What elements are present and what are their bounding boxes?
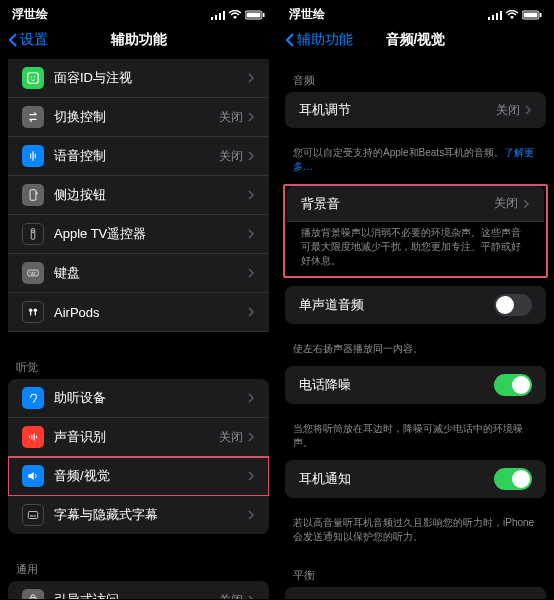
row-label: 面容ID与注视 (54, 69, 247, 87)
faceid-icon (22, 67, 44, 89)
svg-rect-17 (34, 272, 35, 273)
row-faceid[interactable]: 面容ID与注视 (8, 59, 269, 98)
hint-notify: 若以高音量听耳机音频过久且影响您的听力时，iPhone 会发送通知以保护您的听力… (277, 512, 554, 554)
row-label: 音频/视觉 (54, 467, 247, 485)
row-appletv-remote[interactable]: Apple TV遥控器 (8, 215, 269, 254)
svg-rect-0 (211, 17, 213, 20)
row-value: 关闭 (219, 109, 243, 126)
page-title: 辅助功能 (111, 31, 167, 49)
row-headphone-accommodations[interactable]: 耳机调节关闭 (285, 92, 546, 128)
screen-accessibility: 浮世绘 设置 辅助功能 面容ID与注视 切换控制关闭 语音控制关闭 侧边按钮 A… (0, 0, 277, 600)
svg-point-13 (32, 231, 34, 233)
svg-rect-24 (30, 516, 33, 517)
balance-right-label: 右 (520, 597, 532, 599)
balance-left-label: 左 (299, 597, 311, 599)
hint-mono: 使左右扬声器播放同一内容。 (277, 338, 554, 366)
svg-rect-34 (492, 15, 494, 20)
section-audio: 音频 (277, 59, 554, 92)
svg-point-9 (34, 76, 35, 77)
row-side-button[interactable]: 侧边按钮 (8, 176, 269, 215)
group-physical: 面容ID与注视 切换控制关闭 语音控制关闭 侧边按钮 Apple TV遥控器 键… (0, 59, 277, 332)
back-button[interactable]: 设置 (8, 31, 48, 49)
svg-rect-11 (37, 192, 38, 194)
row-label: 声音识别 (54, 428, 219, 446)
row-switch-control[interactable]: 切换控制关闭 (8, 98, 269, 137)
voice-icon (22, 145, 44, 167)
row-airpods[interactable]: AirPods (8, 293, 269, 332)
chevron-right-icon (247, 392, 255, 404)
back-label: 辅助功能 (297, 31, 353, 49)
row-voice-control[interactable]: 语音控制关闭 (8, 137, 269, 176)
sound-recog-icon (22, 426, 44, 448)
row-label: Apple TV遥控器 (54, 225, 247, 243)
svg-rect-22 (35, 311, 36, 315)
screen-audio-visual: 浮世绘 辅助功能 音频/视觉 音频 耳机调节关闭 您可以自定受支持的Apple和… (277, 0, 554, 600)
chevron-right-icon (247, 267, 255, 279)
row-phone-noise-cancel[interactable]: 电话降噪 (285, 366, 546, 404)
side-button-icon (22, 184, 44, 206)
row-subtitles[interactable]: 字幕与隐藏式字幕 (8, 496, 269, 534)
carrier-label: 浮世绘 (12, 6, 211, 23)
row-audio-visual[interactable]: 音频/视觉 (8, 457, 269, 496)
page-title: 音频/视觉 (386, 31, 446, 49)
scroll-area[interactable]: 面容ID与注视 切换控制关闭 语音控制关闭 侧边按钮 Apple TV遥控器 键… (0, 59, 277, 599)
svg-rect-39 (540, 13, 542, 17)
status-bar: 浮世绘 (0, 0, 277, 25)
group-balance: 左右 (285, 587, 546, 599)
highlight-background-sounds: 背景音关闭 播放背景噪声以消弱不必要的环境杂声。这些声音可最大限度地减少干扰，助… (283, 184, 548, 278)
captions-icon (22, 504, 44, 526)
row-value: 关闭 (496, 102, 520, 119)
remote-icon (22, 223, 44, 245)
svg-rect-35 (496, 13, 498, 20)
svg-rect-1 (215, 15, 217, 20)
row-guided-access[interactable]: 引导式访问关闭 (8, 581, 269, 599)
row-mono-audio[interactable]: 单声道音频 (285, 286, 546, 324)
svg-rect-23 (28, 512, 37, 519)
row-sound-recognition[interactable]: 声音识别关闭 (8, 418, 269, 457)
row-label: 侧边按钮 (54, 186, 247, 204)
toggle-notify[interactable] (494, 468, 532, 490)
svg-rect-15 (30, 272, 31, 273)
toggle-mono[interactable] (494, 294, 532, 316)
back-button[interactable]: 辅助功能 (285, 31, 353, 49)
chevron-right-icon (247, 150, 255, 162)
row-background-sounds[interactable]: 背景音关闭 (287, 186, 544, 222)
section-hearing: 听觉 (0, 346, 277, 379)
back-label: 设置 (20, 31, 48, 49)
svg-rect-3 (223, 11, 225, 20)
chevron-right-icon (247, 306, 255, 318)
nav-bar: 设置 辅助功能 (0, 25, 277, 59)
chevron-right-icon (247, 189, 255, 201)
svg-rect-36 (500, 11, 502, 20)
svg-rect-16 (32, 272, 33, 273)
row-label: 电话降噪 (299, 376, 494, 394)
group-headphone: 耳机调节关闭 (285, 92, 546, 128)
row-label: AirPods (54, 305, 247, 320)
chevron-right-icon (247, 111, 255, 123)
row-label: 单声道音频 (299, 296, 494, 314)
section-balance: 平衡 (277, 554, 554, 587)
carrier-label: 浮世绘 (289, 6, 488, 23)
scroll-area[interactable]: 音频 耳机调节关闭 您可以自定受支持的Apple和Beats耳机的音频。了解更多… (277, 59, 554, 599)
group-hearing: 助听设备 声音识别关闭 音频/视觉 字幕与隐藏式字幕 (8, 379, 269, 534)
battery-icon (245, 10, 265, 20)
hint-background-sounds: 播放背景噪声以消弱不必要的环境杂声。这些声音可最大限度地减少干扰，助您更加专注、… (285, 222, 546, 270)
hint-noise: 当您将听筒放在耳边时，降噪可减少电话中的环境噪声。 (277, 418, 554, 460)
row-keyboard[interactable]: 键盘 (8, 254, 269, 293)
row-label: 助听设备 (54, 389, 247, 407)
row-value: 关闭 (219, 592, 243, 600)
toggle-noise[interactable] (494, 374, 532, 396)
row-headphone-notifications[interactable]: 耳机通知 (285, 460, 546, 498)
wifi-icon (505, 10, 519, 20)
audio-visual-icon (22, 465, 44, 487)
group-notify: 耳机通知 (285, 460, 546, 498)
row-label: 耳机调节 (299, 101, 496, 119)
battery-icon (522, 10, 542, 20)
balance-slider-row: 左右 (285, 587, 546, 599)
svg-rect-14 (28, 270, 39, 276)
svg-rect-18 (31, 274, 36, 275)
guided-icon (22, 589, 44, 599)
row-hearing-devices[interactable]: 助听设备 (8, 379, 269, 418)
svg-rect-7 (28, 73, 39, 84)
chevron-right-icon (247, 431, 255, 443)
